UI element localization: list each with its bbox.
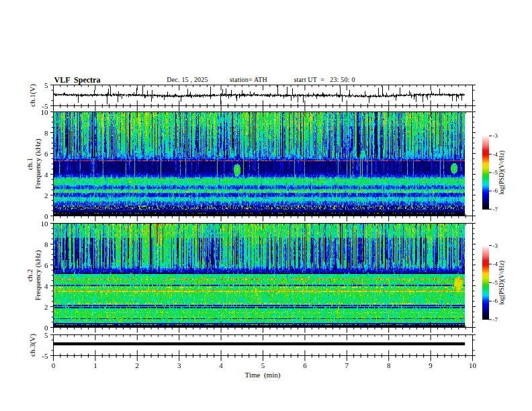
colorbar2-tick-label: -6 — [493, 298, 498, 304]
x-tick-label: 10 — [469, 362, 476, 369]
x-tick-label: 8 — [387, 362, 391, 369]
ch1-spectrogram-ytick-label: 4 — [44, 171, 48, 178]
colorbar2-tick-label: -3 — [493, 242, 498, 248]
ch3-waveform-ytick-label: -5 — [42, 352, 48, 359]
ch2-spectrogram-ytick-label: 0 — [44, 324, 48, 331]
ch2-spectrogram-ytick-label: 2 — [44, 303, 48, 310]
x-tick-label: 4 — [219, 362, 223, 369]
colorbar1-tick-label: -6 — [493, 188, 498, 194]
x-tick-label: 3 — [177, 362, 181, 369]
ch1-waveform-ytick-label: 5 — [44, 81, 48, 89]
panel-frame — [54, 112, 473, 216]
x-tick-label: 5 — [261, 362, 265, 369]
colorbar2-tick-label: -5 — [493, 279, 498, 285]
x-tick-label: 1 — [93, 362, 97, 369]
x-tick-label: 0 — [52, 362, 56, 369]
ch3-flat-trace — [54, 342, 465, 345]
ch2-spectrogram-ytick-label: 6 — [44, 261, 48, 269]
x-tick-label: 7 — [345, 362, 349, 369]
ch1-spectrogram-ytick-label: 8 — [44, 129, 48, 136]
ch2-spectrogram-ytick-label: 4 — [44, 282, 48, 289]
ch1-spectrogram-ytick-label: 6 — [44, 150, 48, 157]
colorbar2-tick-label: -7 — [493, 316, 498, 322]
ch1-spectrogram-ytick-label: 10 — [41, 108, 48, 116]
panel-frame — [54, 224, 473, 328]
axes-frame-layer — [0, 0, 532, 411]
colorbar2-tick-label: -4 — [493, 261, 498, 267]
colorbar1-tick-label: -7 — [493, 206, 498, 212]
ch3-waveform-ytick-label: 5 — [44, 331, 48, 338]
ch2-spectrogram-ytick-label: 10 — [41, 220, 48, 227]
vlf-spectra-figure: VLF Spectra Dec. 15 , 2025 station= ATH … — [0, 0, 532, 411]
ch1-spectrogram-ytick-label: 2 — [44, 191, 48, 199]
x-tick-label: 2 — [136, 362, 140, 369]
colorbar1-tick-label: -4 — [493, 151, 498, 157]
colorbar1-tick-label: -3 — [493, 133, 498, 139]
x-tick-label: 6 — [303, 362, 307, 369]
colorbar1-tick-label: -5 — [493, 169, 498, 175]
x-tick-label: 9 — [429, 362, 433, 369]
ch2-spectrogram-ytick-label: 8 — [44, 240, 48, 248]
